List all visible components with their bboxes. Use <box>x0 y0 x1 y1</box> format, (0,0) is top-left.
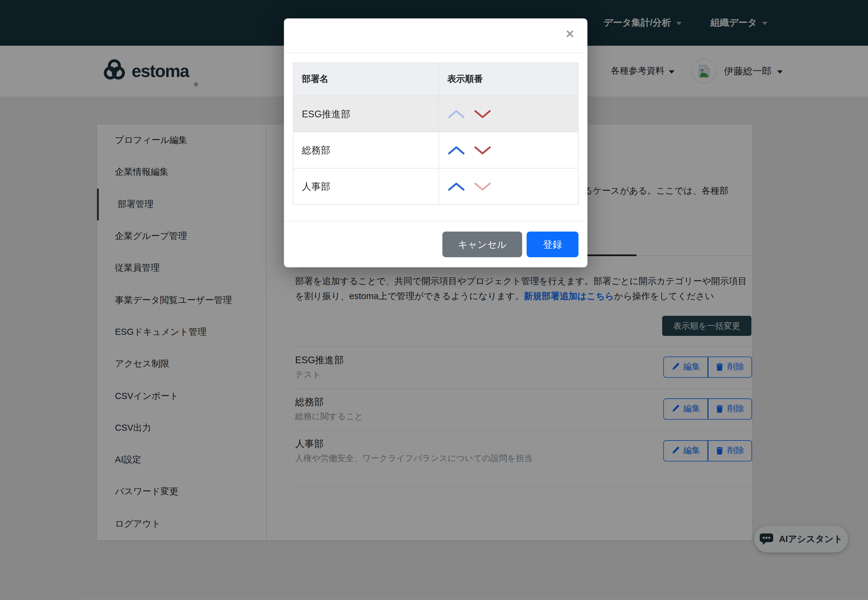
modal-footer: キャンセル 登録 <box>284 221 588 267</box>
table-header-row: 部署名 表示順番 <box>293 63 578 95</box>
table-row: 人事部 <box>293 168 578 205</box>
column-header-department: 部署名 <box>293 63 439 95</box>
department-name-cell: 総務部 <box>293 132 439 168</box>
move-down-icon[interactable] <box>473 109 491 118</box>
cancel-button[interactable]: キャンセル <box>442 232 522 257</box>
display-order-modal: × 部署名 表示順番 ESG推進部 <box>284 18 588 267</box>
move-down-icon <box>473 182 491 191</box>
table-row: ESG推進部 <box>293 95 578 132</box>
submit-button[interactable]: 登録 <box>526 232 578 257</box>
column-header-order: 表示順番 <box>439 63 578 95</box>
close-icon[interactable]: × <box>563 26 578 41</box>
modal-header: × <box>284 18 588 53</box>
move-up-icon <box>447 109 465 118</box>
move-up-icon[interactable] <box>447 145 465 155</box>
modal-body: 部署名 表示順番 ESG推進部 <box>284 53 588 205</box>
table-row: 総務部 <box>293 132 578 168</box>
order-controls-cell <box>439 168 578 205</box>
move-down-icon[interactable] <box>473 145 491 155</box>
order-controls-cell <box>439 132 578 168</box>
move-up-icon[interactable] <box>447 182 465 191</box>
department-name-cell: ESG推進部 <box>293 95 439 132</box>
order-controls-cell <box>439 95 578 132</box>
display-order-table: 部署名 表示順番 ESG推進部 <box>293 63 578 205</box>
app-window: データ集計/分析 組織データ estoma ® 各種参考資料 <box>0 0 868 600</box>
department-name-cell: 人事部 <box>293 168 439 205</box>
